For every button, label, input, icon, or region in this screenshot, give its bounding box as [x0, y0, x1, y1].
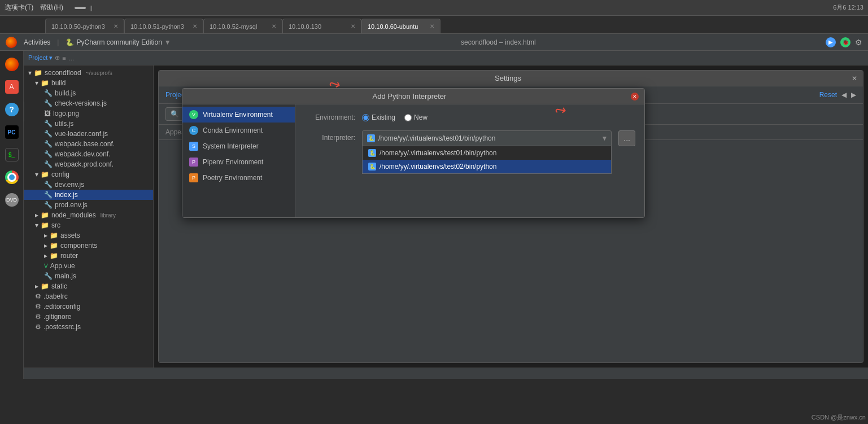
radio-existing-input[interactable]	[362, 114, 369, 121]
tab-close-4[interactable]: ✕	[430, 23, 434, 29]
system-bar: 选项卡(T) 帮助(H) || 6月6 12:13	[0, 0, 868, 16]
tree-babelrc[interactable]: ⚙.babelrc	[24, 291, 153, 301]
tree-nodemodules[interactable]: ▸ 📁 node_modules library	[24, 210, 153, 220]
tree-static[interactable]: ▸ 📁 static	[24, 281, 153, 291]
interp-menu-poetry[interactable]: P Poetry Environment	[182, 170, 295, 186]
dropdown-item-0[interactable]: 🐍 /home/yy/.virtualenvs/test01/bin/pytho…	[363, 146, 611, 160]
interpreter-dropdown-container: ↩ 🐍 /home/yy/.virtualenvs/test01/bin/pyt…	[362, 130, 612, 174]
interp-menu-virtualenv[interactable]: V Virtualenv Environment	[182, 107, 295, 123]
browser-tab-1[interactable]: 10.10.0.51-python3 ✕	[124, 19, 203, 33]
tree-assets[interactable]: ▸ 📁 assets	[24, 230, 153, 241]
system-menu-help[interactable]: 帮助(H)	[40, 3, 63, 12]
settings-close-icon[interactable]: ✕	[852, 75, 857, 82]
tree-postcssrc[interactable]: ⚙.postcssrc.js	[24, 322, 153, 332]
dropdown-arrow: ▼	[601, 134, 608, 142]
interpreter-row: Interpreter: ↩ 🐍 /home/yy/.virtualenvs/t…	[304, 130, 635, 174]
interp-left-panel: V Virtualenv Environment C Conda Environ…	[182, 104, 295, 217]
nav-back-icon[interactable]: ◀	[841, 91, 847, 99]
tree-editorconfig[interactable]: ⚙.editorconfig	[24, 301, 153, 312]
tree-src[interactable]: ▾ 📁 src	[24, 220, 153, 230]
tree-mainjs[interactable]: 🔧main.js	[24, 271, 153, 281]
folder-icon: 📁	[34, 69, 42, 77]
interpreter-dropdown-list: 🐍 /home/yy/.virtualenvs/test01/bin/pytho…	[362, 146, 612, 174]
reset-button[interactable]: Reset	[819, 91, 837, 99]
add-interp-title: Add Python Interpreter	[188, 92, 631, 100]
app-header: Activities | 🐍 PyCharm community Edition…	[0, 34, 868, 51]
tree-buildjs[interactable]: 🔧build.js	[24, 88, 153, 98]
tree-indexjs[interactable]: 🔧index.js	[24, 190, 153, 200]
tree-components[interactable]: ▸ 📁 components	[24, 241, 153, 251]
three-dots-button[interactable]: ...	[618, 130, 635, 146]
radio-group: Existing New	[362, 113, 428, 121]
system-interp-icon: S	[189, 142, 198, 151]
tree-appvue[interactable]: V App.vue	[24, 261, 153, 271]
pycharm-dock-icon[interactable]: PC	[3, 123, 21, 141]
tab-close-1[interactable]: ✕	[193, 23, 197, 29]
add-interp-title-bar: Add Python Interpreter ✕	[182, 89, 644, 104]
tab-close-2[interactable]: ✕	[272, 23, 276, 29]
tree-vueloader[interactable]: 🔧vue-loader.conf.js	[24, 129, 153, 139]
radio-new-input[interactable]	[404, 114, 412, 121]
tree-router[interactable]: ▸ 📁 router	[24, 251, 153, 261]
interpreter-dropdown-input[interactable]: 🐍 /home/yy/.virtualenvs/test01/bin/pytho…	[362, 130, 612, 146]
environment-row: Environment: Existing New	[304, 113, 635, 121]
browser-tab-2[interactable]: 10.10.0.52-mysql ✕	[203, 19, 282, 33]
tree-root[interactable]: ▾ 📁 secondflood ~/vuepro/s	[24, 68, 153, 78]
add-interp-body: V Virtualenv Environment C Conda Environ…	[182, 104, 644, 217]
tree-logo[interactable]: 🖼logo.png	[24, 108, 153, 119]
window-title: secondflood – index.html	[178, 38, 819, 46]
status-bar	[24, 368, 868, 379]
project-btn[interactable]: Project ▾	[28, 54, 53, 62]
path-bar: Project ▾ ⊕ ≡ …	[24, 51, 868, 65]
project-sidebar: Project ▾ 📁 secondflood ~/vuepro/s ▾ 📁 b…	[24, 65, 154, 368]
tree-config[interactable]: ▾ 📁 config	[24, 169, 153, 180]
system-menu-tab[interactable]: 选项卡(T)	[5, 3, 33, 12]
debug-icon[interactable]: 🐞	[840, 37, 850, 47]
settings-icon[interactable]: ⚙	[855, 38, 862, 47]
dropdown-py-icon-0: 🐍	[368, 149, 376, 157]
firefox-dock-icon[interactable]	[3, 55, 21, 73]
dropdown-py-icon-1: 🐍	[368, 163, 376, 171]
settings-overlay: Settings ✕ Project: secondflood › Python…	[154, 65, 868, 368]
interp-menu-conda[interactable]: C Conda Environment	[182, 123, 295, 138]
tree-devenv[interactable]: 🔧dev.env.js	[24, 180, 153, 190]
activities-button[interactable]: Activities	[24, 38, 50, 46]
tree-webpackprod[interactable]: 🔧webpack.prod.conf.	[24, 159, 153, 169]
left-dock: A ? PC $_ DVD	[0, 51, 24, 379]
software-center-icon[interactable]: A	[3, 78, 21, 96]
add-interpreter-dialog: Add Python Interpreter ✕ V Virtualenv En…	[182, 88, 645, 218]
dvd-icon[interactable]: DVD	[3, 191, 21, 209]
tab-close-0[interactable]: ✕	[114, 23, 118, 29]
py-icon: 🐍	[367, 134, 375, 142]
tab-close-3[interactable]: ✕	[351, 23, 355, 29]
terminal-icon[interactable]: $_	[3, 146, 21, 164]
project-vertical-tab[interactable]: Project	[24, 102, 24, 121]
tree-prodenv[interactable]: 🔧prod.env.js	[24, 200, 153, 210]
nav-forward-icon[interactable]: ▶	[851, 91, 856, 99]
tree-build[interactable]: ▾ 📁 build	[24, 78, 153, 88]
tree-checkversions[interactable]: 🔧check-versions.js	[24, 98, 153, 108]
chrome-icon[interactable]	[3, 168, 21, 186]
pycharm-title: 🐍 PyCharm community Edition ▼	[66, 38, 171, 46]
radio-existing[interactable]: Existing	[362, 113, 395, 121]
interpreter-label: Interpreter:	[304, 130, 355, 142]
run-icon[interactable]: ▶	[826, 37, 836, 47]
add-interp-close-btn[interactable]: ✕	[631, 93, 639, 100]
poetry-icon: P	[189, 173, 198, 182]
dropdown-item-1[interactable]: 🐍 /home/yy/.virtualenvs/test02/bin/pytho…	[363, 160, 611, 173]
tree-webpackdev[interactable]: 🔧webpack.dev.conf.	[24, 149, 153, 159]
radio-new[interactable]: New	[404, 113, 428, 121]
browser-tab-4[interactable]: 10.10.0.60-ubuntu ✕	[361, 19, 440, 33]
editor-area: Settings ✕ Project: secondflood › Python…	[154, 65, 868, 368]
tree-webpackbase[interactable]: 🔧webpack.base.conf.	[24, 139, 153, 149]
interp-right-panel: ↩ Environment: Existing	[295, 104, 644, 217]
browser-tab-3[interactable]: 10.10.0.130 ✕	[282, 19, 361, 33]
content-area: Project ▾ 📁 secondflood ~/vuepro/s ▾ 📁 b…	[24, 65, 868, 368]
interp-menu-system[interactable]: S System Interpreter	[182, 138, 295, 154]
tree-gitignore[interactable]: ⚙.gitignore	[24, 312, 153, 322]
interp-menu-pipenv[interactable]: P Pipenv Environment	[182, 154, 295, 170]
tree-utils[interactable]: 🔧utils.js	[24, 119, 153, 129]
environment-label: Environment:	[304, 113, 355, 121]
browser-tab-0[interactable]: 10.10.0.50-python3 ✕	[45, 19, 124, 33]
help-icon[interactable]: ?	[3, 100, 21, 119]
